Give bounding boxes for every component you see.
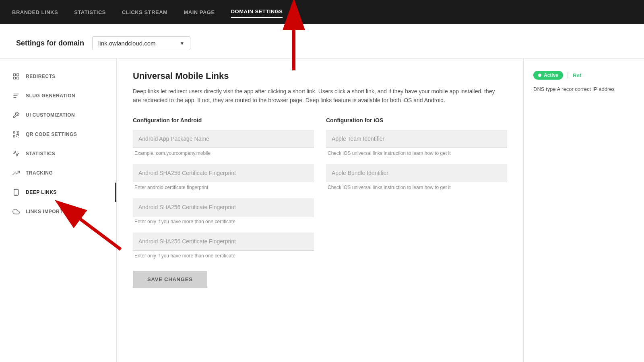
sidebar-item-redirects[interactable]: REDIRECTS (0, 67, 116, 86)
sidebar-item-slug-generation[interactable]: SLUG GENERATION (0, 86, 116, 105)
refresh-link[interactable]: Ref (573, 72, 581, 78)
tool-icon (12, 111, 20, 119)
main-content: Settings for domain link.owlandcloud.com… (0, 24, 644, 362)
android-config-title: Configuration for Android (133, 117, 314, 123)
nav-clicks-stream[interactable]: CLICKS STREAM (122, 7, 167, 18)
sidebar-item-statistics-label: STATISTICS (26, 151, 55, 156)
nav-main-page[interactable]: MAIN PAGE (184, 7, 215, 18)
apple-bundle-id-field-group: Check iOS universal links instruction to… (326, 164, 507, 190)
sidebar-item-deep-links-label: DEEP LINKS (26, 189, 57, 195)
android-sha256-1-hint: Enter android certificate fingerprint (133, 185, 314, 190)
status-row: Active | Ref (533, 71, 634, 80)
nav-branded-links[interactable]: BRANDED LINKS (12, 7, 58, 18)
sidebar: REDIRECTS SLUG GENERATION UI CUSTOMIZATI… (0, 59, 117, 362)
status-separator: | (567, 72, 569, 79)
sidebar-item-redirects-label: REDIRECTS (26, 74, 56, 79)
svg-rect-3 (17, 77, 19, 79)
android-package-hint: Example: com.yourcompany.mobile (133, 150, 314, 156)
nav-domain-settings[interactable]: DOMAIN SETTINGS (231, 6, 283, 18)
apple-bundle-id-hint: Check iOS universal links instruction to… (326, 185, 507, 190)
svg-rect-4 (13, 132, 15, 133)
android-sha256-1-field-group: Enter android certificate fingerprint (133, 164, 314, 190)
status-badge: Active (533, 71, 563, 80)
svg-rect-1 (17, 74, 19, 76)
config-row: Configuration for Android Example: com.y… (133, 117, 507, 288)
svg-rect-7 (14, 189, 19, 195)
text-icon (12, 92, 20, 100)
apple-team-id-hint: Check iOS universal links instruction to… (326, 150, 507, 156)
apple-bundle-id-input[interactable] (326, 164, 507, 182)
android-sha256-3-field-group: Enter only if you have more than one cer… (133, 232, 314, 259)
ios-config-column: Configuration for iOS Check iOS universa… (326, 117, 507, 288)
apple-team-id-field-group: Check iOS universal links instruction to… (326, 130, 507, 156)
domain-value: link.owlandcloud.com (98, 40, 156, 47)
trending-icon (12, 169, 20, 177)
android-config-column: Configuration for Android Example: com.y… (133, 117, 314, 288)
sidebar-item-deep-links[interactable]: DEEP LINKS (0, 183, 116, 202)
sidebar-item-ui-label: UI CUSTOMIZATION (26, 112, 75, 118)
sidebar-item-tracking[interactable]: TRACKING (0, 163, 116, 183)
ios-config-title: Configuration for iOS (326, 117, 507, 123)
cloud-icon (12, 208, 20, 216)
domain-header: Settings for domain link.owlandcloud.com… (0, 24, 644, 59)
page-description: Deep links let redirect users directly v… (133, 87, 503, 105)
nav-statistics[interactable]: STATISTICS (74, 7, 106, 18)
domain-selector[interactable]: link.owlandcloud.com ▼ (92, 36, 190, 50)
apple-team-id-input[interactable] (326, 130, 507, 148)
sidebar-item-slug-label: SLUG GENERATION (26, 93, 75, 99)
chart-icon (12, 150, 20, 158)
qrcode-icon (12, 130, 20, 138)
domain-header-label: Settings for domain (16, 39, 84, 47)
sidebar-item-statistics[interactable]: STATISTICS (0, 144, 116, 163)
sidebar-item-links-import-label: LINKS IMPORT (26, 209, 63, 214)
sidebar-item-qr-label: QR CODE SETTINGS (26, 132, 77, 137)
android-sha256-2-field-group: Enter only if you have more than one cer… (133, 198, 314, 224)
android-sha256-2-input[interactable] (133, 198, 314, 216)
chevron-down-icon: ▼ (180, 41, 185, 46)
smartphone-icon (12, 188, 20, 196)
content-area: Universal Mobile Links Deep links let re… (117, 59, 523, 362)
status-dot (538, 74, 541, 77)
sidebar-item-ui-customization[interactable]: UI CUSTOMIZATION (0, 105, 116, 125)
android-sha256-3-input[interactable] (133, 232, 314, 251)
svg-rect-6 (13, 136, 15, 137)
sidebar-item-tracking-label: TRACKING (26, 170, 53, 176)
sidebar-item-links-import[interactable]: LINKS IMPORT (0, 202, 116, 221)
sidebar-item-qr-code[interactable]: QR CODE SETTINGS (0, 125, 116, 144)
page-title: Universal Mobile Links (133, 71, 507, 81)
android-package-input[interactable] (133, 130, 314, 148)
status-label: Active (544, 72, 558, 78)
svg-rect-2 (13, 77, 15, 79)
save-changes-button[interactable]: SAVE CHANGES (133, 271, 207, 288)
android-package-field-group: Example: com.yourcompany.mobile (133, 130, 314, 156)
grid-icon (12, 72, 20, 80)
android-sha256-1-input[interactable] (133, 164, 314, 182)
right-panel: Active | Ref DNS type A recor correct IP… (523, 59, 644, 362)
android-sha256-2-hint: Enter only if you have more than one cer… (133, 219, 314, 224)
dns-info: DNS type A recor correct IP addres (533, 85, 634, 94)
android-sha256-3-hint: Enter only if you have more than one cer… (133, 253, 314, 259)
top-navigation: BRANDED LINKS STATISTICS CLICKS STREAM M… (0, 0, 644, 24)
svg-rect-0 (13, 74, 15, 76)
body-layout: REDIRECTS SLUG GENERATION UI CUSTOMIZATI… (0, 59, 644, 362)
